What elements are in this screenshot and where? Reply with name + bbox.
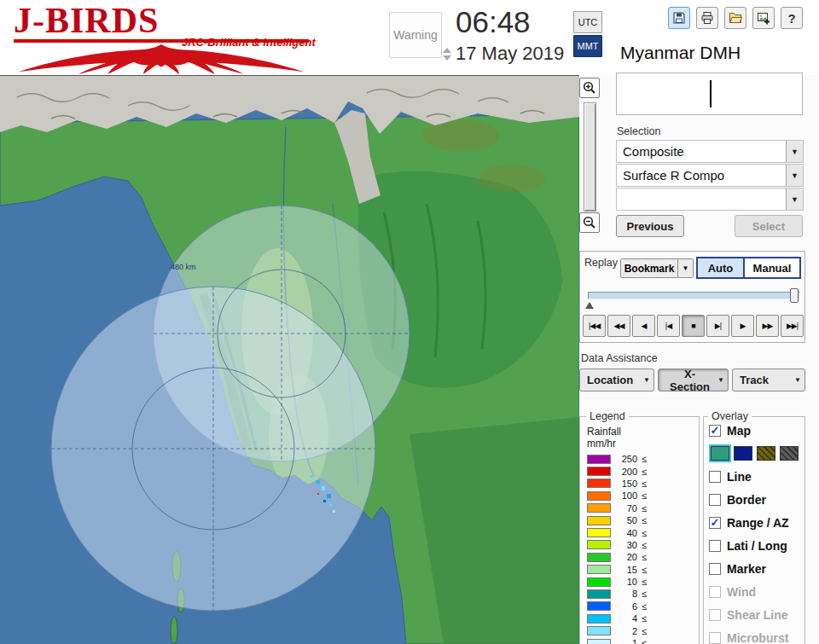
save-icon (671, 10, 687, 26)
playback-rewind-button[interactable]: ◀◀ (607, 315, 630, 337)
overlay-item-map[interactable]: ✓Map (709, 419, 799, 442)
map-style-dark-blue-swatch[interactable] (734, 446, 752, 461)
open-folder-icon (728, 10, 743, 26)
product-dropdown-1[interactable]: Composite ▼ (616, 140, 804, 163)
clock-date: 17 May 2019 (456, 43, 564, 65)
previous-button[interactable]: Previous (616, 215, 684, 237)
spinner-down-icon[interactable] (443, 55, 451, 61)
overlay-item-label: Border (727, 493, 766, 507)
chevron-down-icon: ▼ (794, 376, 801, 384)
replay-group: Replay Bookmark ▼ Auto Manual |◀◀◀◀◀|◀■▶… (579, 251, 805, 343)
legend-suffix: ≤ (642, 479, 647, 489)
chevron-down-icon[interactable]: ▼ (786, 189, 803, 210)
legend-color-swatch (587, 565, 611, 574)
overlay-item-wind[interactable]: Wind (709, 580, 799, 603)
legend-scale: 250≤200≤150≤100≤70≤50≤40≤30≤20≤15≤10≤8≤6… (587, 453, 647, 644)
playback-play-button[interactable]: ▶ (731, 315, 754, 337)
spinner-up-icon[interactable] (443, 48, 451, 53)
checkbox[interactable] (709, 540, 721, 552)
overlay-item-shear-line[interactable]: Shear Line (709, 603, 799, 626)
mmt-button[interactable]: MMT (573, 35, 602, 57)
select-button[interactable]: Select (735, 215, 803, 237)
overlay-item-microburst[interactable]: Microburst (709, 626, 799, 644)
map-style-terrain-swatch[interactable] (711, 446, 729, 461)
legend-row: 30≤ (587, 539, 647, 551)
playback-skip-end-button[interactable]: ▶▶| (781, 315, 804, 337)
playback-step-back-button[interactable]: |◀ (657, 315, 680, 337)
legend-color-swatch (587, 639, 611, 644)
checkbox[interactable] (709, 586, 721, 598)
bookmark-button[interactable]: Bookmark ▼ (620, 258, 694, 278)
zoom-in-icon (582, 80, 597, 96)
legend-color-swatch (587, 601, 611, 611)
map-style-gray-swatch[interactable] (780, 446, 799, 461)
overlay-item-border[interactable]: Border (709, 488, 799, 511)
product-dropdown-2[interactable]: Surface R Compo ▼ (616, 164, 804, 187)
legend-suffix: ≤ (642, 601, 647, 612)
legend-value: 2 (617, 626, 637, 636)
print-button[interactable] (696, 7, 718, 29)
legend-row: 10≤ (587, 576, 647, 588)
legend-row: 1≤ (587, 637, 647, 644)
save-button[interactable] (668, 7, 690, 29)
export-image-icon (756, 10, 771, 26)
checkbox[interactable] (709, 494, 721, 506)
text-cursor (710, 80, 712, 107)
overlay-item-marker[interactable]: Marker (709, 557, 799, 580)
jbirds-logo-title: J-BIRDS (14, 0, 159, 41)
legend-suffix: ≤ (642, 626, 647, 636)
checkbox[interactable]: ✓ (709, 425, 721, 437)
x-section-button[interactable]: X-Section▼ (658, 368, 729, 392)
utc-button[interactable]: UTC (573, 11, 602, 33)
radar-map[interactable]: 480 km (0, 75, 579, 644)
product-dropdown-3[interactable]: ▼ (616, 188, 804, 211)
legend-row: 20≤ (587, 551, 647, 563)
button-label: Track (740, 374, 769, 386)
warning-spinner[interactable] (443, 48, 451, 61)
chevron-down-icon[interactable]: ▼ (786, 141, 803, 162)
command-input[interactable] (616, 73, 803, 115)
zoom-slider[interactable] (584, 102, 596, 212)
legend-value: 1 (617, 638, 637, 644)
overlay-item-label: Line (727, 470, 752, 484)
auto-toggle-button[interactable]: Auto (696, 257, 745, 279)
map-style-olive-swatch[interactable] (757, 446, 775, 461)
checkbox[interactable] (709, 471, 721, 483)
legend-suffix: ≤ (642, 589, 647, 599)
overlay-item-line[interactable]: Line (709, 465, 799, 488)
overlay-item-lati-long[interactable]: Lati / Long (709, 534, 799, 557)
checkbox[interactable] (709, 563, 721, 575)
playback-fast-forward-button[interactable]: ▶▶ (756, 315, 779, 337)
legend-color-swatch (587, 455, 611, 464)
legend-value: 4 (617, 613, 637, 624)
replay-label: Replay (584, 257, 618, 269)
chevron-down-icon: ▼ (717, 376, 724, 384)
export-image-button[interactable] (752, 7, 775, 29)
track-button[interactable]: Track▼ (732, 368, 805, 392)
replay-slider-track[interactable] (588, 292, 800, 299)
legend-suffix: ≤ (642, 577, 647, 587)
playback-step-forward-button[interactable]: ▶| (706, 315, 729, 337)
legend-row: 2≤ (587, 624, 647, 636)
zoom-in-button[interactable] (579, 78, 600, 98)
bookmark-label[interactable]: Bookmark (620, 258, 678, 278)
checkbox[interactable]: ✓ (709, 517, 721, 529)
replay-slider-thumb[interactable] (790, 288, 799, 303)
overlay-group: ✓MapLineBorder✓Range / AZLati / LongMark… (703, 416, 805, 644)
overlay-item-range-az[interactable]: ✓Range / AZ (709, 511, 799, 534)
manual-toggle-button[interactable]: Manual (745, 257, 801, 279)
legend-row: 6≤ (587, 600, 647, 612)
playback-skip-start-button[interactable]: |◀◀ (583, 315, 606, 337)
chevron-down-icon[interactable]: ▼ (678, 258, 694, 278)
legend-row: 100≤ (587, 490, 647, 502)
open-folder-button[interactable] (724, 7, 746, 29)
warning-button[interactable]: Warning (389, 12, 442, 58)
location-button[interactable]: Location▼ (579, 368, 654, 392)
checkbox[interactable] (709, 609, 721, 621)
zoom-out-button[interactable] (579, 212, 600, 233)
help-button[interactable]: ? (781, 7, 803, 29)
playback-stop-button[interactable]: ■ (682, 315, 705, 337)
playback-play-back-button[interactable]: ◀ (632, 315, 655, 337)
checkbox[interactable] (709, 632, 721, 644)
chevron-down-icon[interactable]: ▼ (786, 165, 803, 186)
